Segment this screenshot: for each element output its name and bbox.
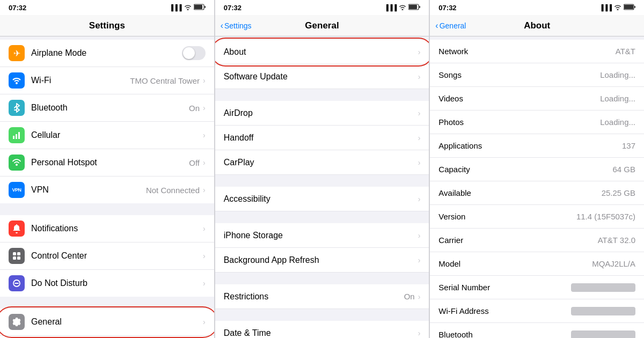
serial-label: Serial Number bbox=[438, 283, 571, 292]
cellular-row[interactable]: Cellular › bbox=[0, 122, 214, 149]
restrictions-label: Restrictions bbox=[224, 292, 404, 302]
wifi-address-row: Wi-Fi Address bbox=[430, 299, 644, 323]
videos-label: Videos bbox=[438, 94, 600, 103]
time-1: 07:32 bbox=[9, 4, 26, 12]
bluetooth-address-row: Bluetooth bbox=[430, 323, 644, 338]
carplay-row[interactable]: CarPlay › bbox=[215, 150, 429, 175]
control-center-chevron: › bbox=[203, 252, 206, 260]
general-chevron: › bbox=[203, 318, 206, 326]
general-list: About › Software Update › AirDrop › Hand… bbox=[215, 36, 429, 338]
carrier-label: Carrier bbox=[438, 236, 597, 245]
network-group: ✈ Airplane Mode Wi-Fi TMO Central Tower … bbox=[0, 40, 214, 203]
videos-row: Videos Loading... bbox=[430, 87, 644, 111]
bluetooth-label: Bluetooth bbox=[31, 103, 189, 113]
airdrop-row[interactable]: AirDrop › bbox=[215, 101, 429, 126]
iphone-storage-label: iPhone Storage bbox=[224, 231, 418, 240]
battery-icon bbox=[194, 4, 206, 11]
spacer-2 bbox=[0, 203, 214, 215]
vpn-value: Not Connected bbox=[146, 186, 200, 195]
carplay-chevron: › bbox=[418, 158, 421, 167]
wifi-status-icon bbox=[184, 4, 192, 11]
general-row-wrapper: General › bbox=[0, 308, 214, 336]
back-label: Settings bbox=[224, 21, 252, 30]
about-back-button[interactable]: ‹ General bbox=[435, 21, 466, 31]
about-back-label: General bbox=[440, 21, 466, 30]
notifications-icon bbox=[9, 221, 25, 237]
bg-app-refresh-row[interactable]: Background App Refresh › bbox=[215, 248, 429, 273]
signal-icon-2: ▐▐▐ bbox=[384, 4, 397, 11]
spacer-g6 bbox=[215, 309, 429, 321]
control-center-row[interactable]: Control Center › bbox=[0, 243, 214, 270]
about-nav: ‹ General About bbox=[430, 15, 644, 36]
back-chevron: ‹ bbox=[221, 21, 223, 31]
accessibility-row[interactable]: Accessibility › bbox=[215, 187, 429, 211]
general-row[interactable]: General › bbox=[0, 308, 214, 336]
wifi-row[interactable]: Wi-Fi TMO Central Tower › bbox=[0, 67, 214, 94]
capacity-value: 64 GB bbox=[612, 165, 635, 174]
iphone-storage-row[interactable]: iPhone Storage › bbox=[215, 223, 429, 248]
software-update-row[interactable]: Software Update › bbox=[215, 64, 429, 89]
restrictions-row[interactable]: Restrictions On › bbox=[215, 284, 429, 309]
carrier-value: AT&T 32.0 bbox=[598, 236, 635, 245]
restrictions-chevron: › bbox=[418, 292, 421, 301]
model-label: Model bbox=[438, 259, 592, 268]
network-row: Network AT&T bbox=[430, 40, 644, 63]
about-row[interactable]: About › bbox=[215, 40, 429, 64]
songs-label: Songs bbox=[438, 70, 600, 79]
do-not-disturb-row[interactable]: Do Not Disturb › bbox=[0, 270, 214, 297]
date-time-chevron: › bbox=[418, 329, 421, 337]
accessibility-chevron: › bbox=[418, 195, 421, 203]
bluetooth-value: On bbox=[189, 104, 200, 113]
bg-app-refresh-label: Background App Refresh bbox=[224, 255, 418, 265]
hotspot-label: Personal Hotspot bbox=[31, 158, 189, 167]
airplane-label: Airplane Mode bbox=[31, 48, 182, 58]
wifi-address-label: Wi-Fi Address bbox=[438, 306, 571, 315]
general-back-button[interactable]: ‹ Settings bbox=[221, 21, 252, 31]
status-bar-2: 07:32 ▐▐▐ bbox=[215, 0, 429, 15]
hotspot-row[interactable]: Personal Hotspot Off › bbox=[0, 149, 214, 177]
airplane-mode-row[interactable]: ✈ Airplane Mode bbox=[0, 40, 214, 67]
display-brightness-row[interactable]: Display & Brightness › bbox=[0, 336, 214, 338]
handoff-row[interactable]: Handoff › bbox=[215, 126, 429, 150]
capacity-row: Capacity 64 GB bbox=[430, 158, 644, 181]
model-value: MQAJ2LL/A bbox=[592, 259, 635, 268]
wifi-icon-2 bbox=[399, 4, 406, 11]
photos-row: Photos Loading... bbox=[430, 111, 644, 134]
notifications-row[interactable]: Notifications › bbox=[0, 215, 214, 243]
songs-row: Songs Loading... bbox=[430, 63, 644, 87]
bluetooth-row[interactable]: Bluetooth On › bbox=[0, 94, 214, 122]
applications-value: 137 bbox=[622, 141, 635, 150]
signal-icon-3: ▐▐▐ bbox=[599, 4, 612, 11]
about-row-wrapper: About › bbox=[215, 40, 429, 64]
wifi-address-value bbox=[571, 307, 635, 315]
date-time-row[interactable]: Date & Time › bbox=[215, 321, 429, 338]
airdrop-label: AirDrop bbox=[224, 108, 418, 118]
videos-value: Loading... bbox=[600, 94, 635, 103]
wifi-value: TMO Central Tower bbox=[130, 76, 200, 85]
serial-row: Serial Number bbox=[430, 276, 644, 299]
dnd-chevron: › bbox=[203, 279, 206, 288]
svg-rect-8 bbox=[17, 252, 20, 255]
dnd-label: Do Not Disturb bbox=[31, 278, 203, 288]
vpn-row[interactable]: VPN VPN Not Connected › bbox=[0, 177, 214, 203]
capacity-label: Capacity bbox=[438, 165, 612, 174]
spacer-g2 bbox=[215, 89, 429, 101]
about-chevron: › bbox=[418, 48, 421, 56]
wifi-label: Wi-Fi bbox=[31, 76, 130, 85]
svg-rect-1 bbox=[194, 5, 202, 9]
svg-rect-2 bbox=[204, 6, 206, 8]
iphone-storage-chevron: › bbox=[418, 231, 421, 240]
airplane-toggle[interactable] bbox=[182, 46, 206, 60]
signal-icon: ▐▐▐ bbox=[169, 4, 181, 11]
vpn-label: VPN bbox=[31, 185, 146, 195]
svg-rect-9 bbox=[13, 256, 16, 260]
status-bar-1: 07:32 ▐▐▐ bbox=[0, 0, 214, 15]
network-value: AT&T bbox=[616, 47, 635, 56]
time-3: 07:32 bbox=[438, 4, 456, 12]
control-center-label: Control Center bbox=[31, 251, 203, 261]
songs-value: Loading... bbox=[600, 70, 635, 79]
bluetooth-icon bbox=[9, 100, 25, 116]
spacer-g4 bbox=[215, 211, 429, 223]
general-title: General bbox=[305, 20, 339, 31]
about-back-chevron: ‹ bbox=[435, 21, 438, 31]
